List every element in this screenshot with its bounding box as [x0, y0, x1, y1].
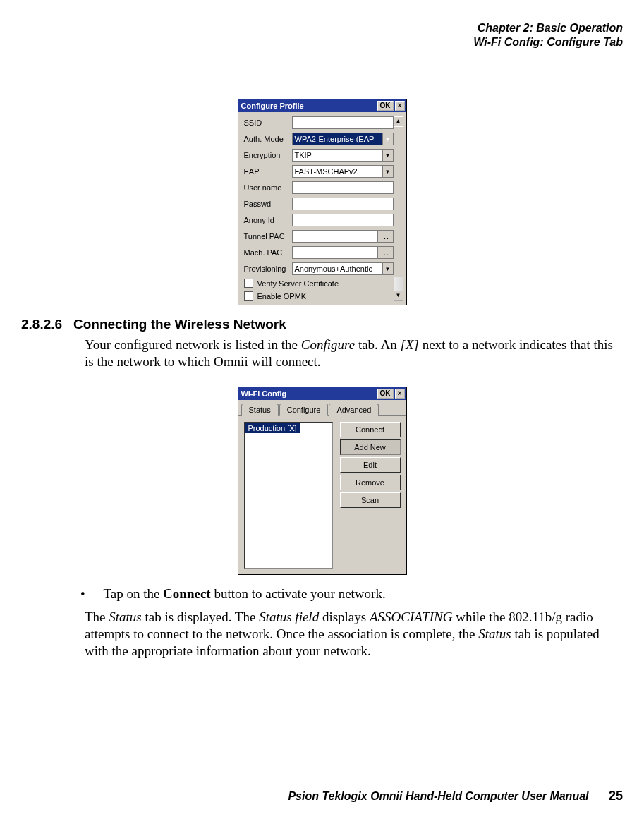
chevron-down-icon[interactable]: ▼ — [382, 150, 393, 161]
dialog-configure-profile: Configure Profile OK × SSID ▲ ▼ Auth. Mo… — [238, 99, 407, 305]
tunnel-pac-input[interactable]: ... — [292, 230, 394, 243]
section-number: 2.8.2.6 — [21, 317, 62, 332]
term-status-2: Status — [478, 626, 511, 641]
chevron-down-icon[interactable]: ▼ — [382, 166, 393, 177]
chevron-down-icon[interactable]: ▼ — [382, 133, 393, 145]
term-connect: Connect — [163, 586, 211, 601]
ok-button[interactable]: OK — [377, 101, 394, 111]
page-footer: Psion Teklogix Omnii Hand-Held Computer … — [288, 789, 623, 803]
chevron-down-icon[interactable]: ▼ — [382, 263, 393, 274]
term-associating: ASSOCIATING — [370, 609, 453, 624]
tab-configure[interactable]: Configure — [279, 404, 329, 416]
label-anony-id: Anony Id — [244, 216, 292, 224]
para-status: The Status tab is displayed. The Status … — [85, 609, 623, 660]
scroll-track[interactable] — [394, 126, 403, 291]
term-x-marker: [X] — [401, 337, 419, 352]
edit-button[interactable]: Edit — [340, 457, 401, 473]
eap-combo[interactable]: FAST-MSCHAPv2 ▼ — [292, 165, 394, 178]
tab-status[interactable]: Status — [241, 404, 279, 416]
dialog-wifi-config: Wi-Fi Config OK × Status Configure Advan… — [238, 387, 407, 575]
ssid-input[interactable] — [292, 116, 394, 129]
close-button[interactable]: × — [395, 101, 405, 111]
term-configure: Configure — [301, 337, 355, 352]
titlebar: Configure Profile OK × — [238, 99, 406, 112]
tab-pane-configure: Production [X] Connect Add New Edit Remo… — [238, 416, 406, 574]
label-encryption: Encryption — [244, 151, 292, 159]
add-new-button[interactable]: Add New — [340, 439, 401, 455]
page-header: Chapter 2: Basic Operation Wi-Fi Config:… — [21, 21, 623, 49]
label-tunnel-pac: Tunnel PAC — [244, 232, 292, 241]
scroll-down-icon[interactable]: ▼ — [394, 291, 403, 301]
label-ssid: SSID — [244, 119, 292, 127]
scroll-up-icon[interactable]: ▲ — [394, 116, 403, 126]
mach-pac-input[interactable]: ... — [292, 246, 394, 259]
verify-cert-checkbox[interactable] — [244, 279, 253, 288]
list-item: Tap on the Connect button to activate yo… — [100, 586, 623, 602]
auth-mode-value: WPA2-Enterprise (EAP — [295, 135, 375, 143]
provisioning-value: Anonymous+Authentic — [295, 265, 372, 273]
browse-button[interactable]: ... — [377, 231, 393, 242]
tab-advanced[interactable]: Advanced — [329, 404, 379, 416]
page-number: 25 — [609, 789, 623, 803]
para-intro: Your configured network is listed in the… — [85, 336, 623, 371]
auth-mode-combo[interactable]: WPA2-Enterprise (EAP ▼ — [292, 133, 394, 145]
figure-wifi-config: Wi-Fi Config OK × Status Configure Advan… — [21, 387, 623, 575]
ok-button[interactable]: OK — [377, 389, 394, 399]
provisioning-combo[interactable]: Anonymous+Authentic ▼ — [292, 262, 394, 275]
eap-value: FAST-MSCHAPv2 — [295, 167, 358, 176]
footer-text: Psion Teklogix Omnii Hand-Held Computer … — [288, 790, 588, 802]
scroll-thumb[interactable] — [394, 126, 403, 277]
button-column: Connect Add New Edit Remove Scan — [340, 422, 401, 569]
username-input[interactable] — [292, 181, 394, 194]
verify-cert-label: Verify Server Certificate — [257, 279, 339, 288]
list-item[interactable]: Production [X] — [245, 423, 300, 433]
remove-button[interactable]: Remove — [340, 475, 401, 490]
label-provisioning: Provisioning — [244, 265, 292, 273]
label-eap: EAP — [244, 167, 292, 176]
anony-id-input[interactable] — [292, 214, 394, 226]
scan-button[interactable]: Scan — [340, 492, 401, 508]
titlebar: Wi-Fi Config OK × — [238, 387, 406, 400]
section-heading: 2.8.2.6 Connecting the Wireless Network — [21, 317, 623, 332]
label-auth-mode: Auth. Mode — [244, 135, 292, 143]
connect-button[interactable]: Connect — [340, 422, 401, 437]
chapter-line: Chapter 2: Basic Operation — [21, 21, 623, 35]
label-username: User name — [244, 183, 292, 192]
vertical-scrollbar[interactable]: ▲ ▼ — [394, 116, 403, 301]
encryption-value: TKIP — [295, 151, 312, 159]
bullet-list: Tap on the Connect button to activate yo… — [100, 586, 623, 602]
browse-button[interactable]: ... — [377, 247, 393, 258]
term-status: Status — [109, 609, 141, 624]
label-mach-pac: Mach. PAC — [244, 248, 292, 257]
network-listbox[interactable]: Production [X] — [244, 422, 333, 569]
section-title: Connecting the Wireless Network — [73, 317, 286, 332]
figure-configure-profile: Configure Profile OK × SSID ▲ ▼ Auth. Mo… — [21, 99, 623, 305]
close-button[interactable]: × — [395, 389, 405, 399]
term-status-field: Status field — [259, 609, 319, 624]
titlebar-title: Wi-Fi Config — [240, 389, 377, 398]
titlebar-title: Configure Profile — [240, 102, 377, 110]
section-line: Wi-Fi Config: Configure Tab — [21, 35, 623, 49]
password-input[interactable] — [292, 198, 394, 210]
encryption-combo[interactable]: TKIP ▼ — [292, 149, 394, 162]
enable-opmk-checkbox[interactable] — [244, 291, 253, 301]
tabs: Status Configure Advanced — [238, 400, 406, 416]
enable-opmk-label: Enable OPMK — [257, 292, 307, 301]
label-password: Passwd — [244, 200, 292, 208]
